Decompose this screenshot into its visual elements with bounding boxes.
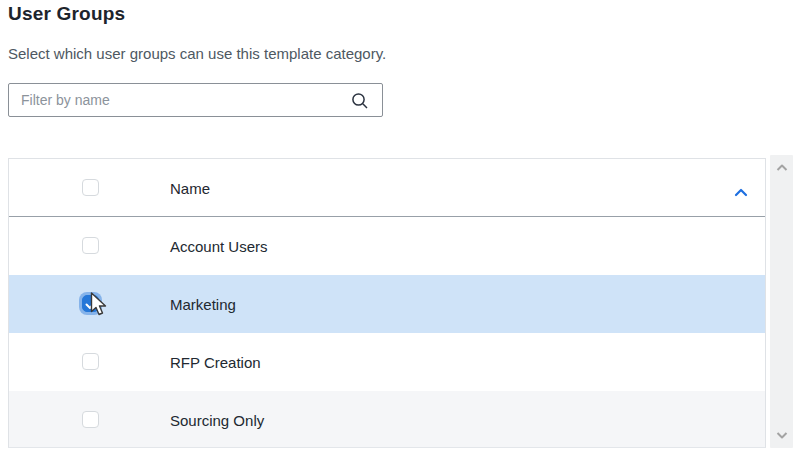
row-name-label: Sourcing Only [170, 412, 264, 429]
table-header-row: Name [9, 159, 765, 217]
page-subtitle: Select which user groups can use this te… [8, 45, 386, 62]
table-row[interactable]: Sourcing Only [9, 391, 765, 448]
user-groups-table: Name Account Users Marketing [8, 158, 766, 448]
chevron-up-icon[interactable] [770, 158, 793, 178]
row-checkbox[interactable] [82, 295, 99, 312]
row-checkbox[interactable] [82, 353, 99, 370]
page-title: User Groups [8, 3, 125, 25]
user-groups-panel: User Groups Select which user groups can… [0, 0, 795, 462]
filter-box [8, 83, 383, 117]
row-name-label: Marketing [170, 296, 236, 313]
row-checkbox[interactable] [82, 237, 99, 254]
row-name-label: RFP Creation [170, 354, 261, 371]
chevron-down-icon[interactable] [770, 425, 793, 445]
name-column-header[interactable]: Name [170, 179, 210, 196]
table-row[interactable]: RFP Creation [9, 333, 765, 391]
select-all-checkbox[interactable] [82, 179, 99, 196]
user-groups-scroll-area: Name Account Users Marketing [8, 155, 793, 448]
sort-ascending-icon[interactable] [734, 183, 748, 192]
row-name-label: Account Users [170, 238, 268, 255]
vertical-scrollbar[interactable] [770, 155, 793, 448]
search-icon [350, 91, 370, 111]
table-row[interactable]: Account Users [9, 217, 765, 275]
row-checkbox[interactable] [82, 411, 99, 428]
filter-by-name-input[interactable] [9, 84, 382, 116]
table-row[interactable]: Marketing [9, 275, 765, 333]
